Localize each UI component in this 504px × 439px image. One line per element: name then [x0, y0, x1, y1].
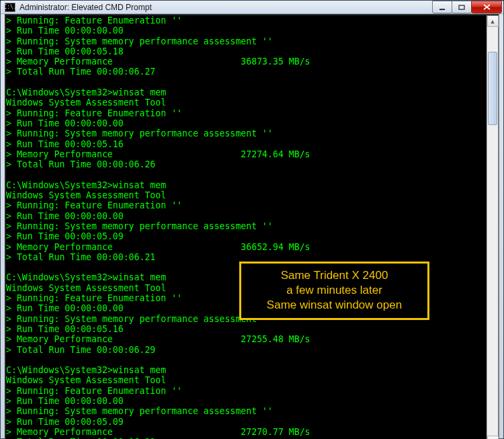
- titlebar[interactable]: C:\. Administrator: Elevated CMD Prompt: [1, 1, 503, 14]
- minimize-button[interactable]: [432, 1, 452, 13]
- scroll-down-button[interactable]: ▼: [487, 436, 499, 439]
- scroll-track[interactable]: [487, 27, 498, 436]
- cmd-window: C:\. Administrator: Elevated CMD Prompt …: [0, 0, 504, 439]
- maximize-button[interactable]: [452, 1, 472, 13]
- annotation-line: a few minutes later: [245, 283, 423, 298]
- scroll-thumb[interactable]: [488, 52, 497, 126]
- scroll-up-button[interactable]: ▲: [487, 15, 499, 27]
- annotation-line: Same winsat window open: [245, 298, 423, 313]
- window-title: Administrator: Elevated CMD Prompt: [19, 3, 433, 12]
- annotation-line: Same Trident X 2400: [245, 268, 423, 283]
- cmd-icon: C:\.: [5, 3, 15, 12]
- close-button[interactable]: [471, 1, 502, 13]
- vertical-scrollbar[interactable]: ▲ ▼: [487, 15, 498, 439]
- console-frame: > Running: Feature Enumeration '' > Run …: [5, 14, 499, 439]
- annotation-box: Same Trident X 2400 a few minutes later …: [239, 262, 429, 320]
- svg-rect-1: [459, 5, 464, 9]
- console-output[interactable]: > Running: Feature Enumeration '' > Run …: [6, 15, 487, 439]
- svg-rect-0: [439, 9, 445, 10]
